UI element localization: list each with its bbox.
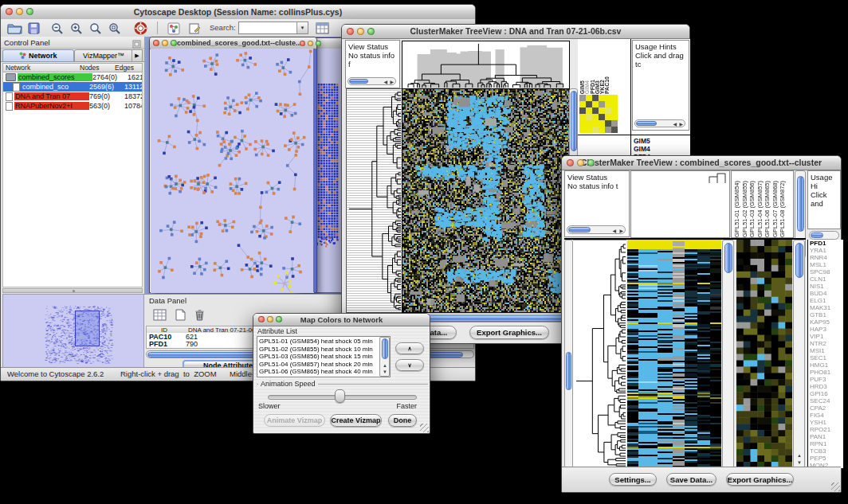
heatmap-canvas[interactable] (627, 240, 721, 468)
gene-label[interactable]: VIP1 (810, 333, 843, 340)
scroll-right-icon[interactable]: ▶ (390, 80, 394, 85)
column-label[interactable]: GPL51-03 (GSM856) (748, 181, 756, 237)
usage-hints-scrollbar[interactable]: ◀ ▶ (634, 119, 685, 127)
row-dendrogram-canvas[interactable] (346, 88, 403, 313)
zoom-in-icon[interactable] (68, 21, 85, 36)
resize-grip[interactable] (420, 424, 429, 432)
gene-label[interactable]: CLN1 (810, 275, 843, 283)
column-label[interactable]: GIM4 (584, 80, 589, 94)
close-button[interactable] (567, 159, 574, 166)
network-list-row[interactable]: DNA and Tran 07769(0)183728(0) (3, 92, 142, 101)
zoom-button[interactable] (26, 8, 33, 15)
gene-label[interactable]: PEP5 (810, 455, 843, 462)
gene-label[interactable]: GPI16 (810, 390, 843, 397)
treeview2-titlebar[interactable]: ClusterMaker TreeView : combined_scores_… (562, 156, 841, 170)
gene-label[interactable]: BUD4 (810, 290, 843, 297)
gene-label[interactable]: HRD3 (810, 383, 843, 390)
row-dendrogram-canvas[interactable] (573, 240, 626, 469)
zoom-heatmap-canvas[interactable] (736, 240, 792, 468)
scrollbar-thumb[interactable] (568, 227, 591, 232)
zoom-button[interactable] (367, 28, 375, 35)
col-network[interactable]: Network (6, 64, 30, 72)
speed-slider-thumb[interactable] (335, 389, 345, 403)
network-list-row[interactable]: combined_scores2764(0)16218(0) (3, 72, 142, 82)
help-lifesaver-icon[interactable] (132, 21, 149, 36)
export-graphics-button[interactable]: Export Graphics... (726, 473, 794, 486)
gene-label[interactable]: RPN1 (810, 440, 843, 447)
network-list-row[interactable]: combined_sco2569(6)13112(15) (3, 82, 142, 92)
network-overview-canvas[interactable] (2, 294, 144, 371)
page-icon[interactable] (171, 307, 189, 322)
gene-label[interactable]: YSH1 (810, 419, 843, 426)
minimize-button[interactable] (267, 316, 273, 322)
scrollbar-thumb[interactable] (426, 315, 567, 322)
tab-network[interactable]: Network (2, 49, 74, 62)
move-down-button[interactable]: ∨ (395, 359, 424, 371)
view-status-scrollbar[interactable]: ◀ ▶ (567, 225, 626, 234)
done-button[interactable]: Done (388, 414, 417, 427)
heatmap-vscrollbar[interactable] (722, 240, 734, 468)
col-edges[interactable]: Edges (115, 64, 134, 72)
annotation-icon[interactable] (186, 21, 203, 36)
attribute-item[interactable]: GPL51-03 (GSM856) heat shock 15 min (259, 353, 388, 361)
network-view-canvas[interactable] (151, 49, 314, 293)
dialog-titlebar[interactable]: Map Colors to Network (253, 314, 430, 326)
scrollbar-thumb[interactable] (349, 79, 368, 84)
attribute-item[interactable]: GPL51-02 (GSM855) heat shock 10 min (259, 346, 388, 354)
row-label[interactable]: GIM4 (634, 145, 686, 153)
scroll-left-icon[interactable]: ◀ (612, 229, 616, 234)
attribute-item[interactable]: GPL51-07 (GSM868) heat shock 60 min (259, 376, 388, 378)
dendrogram-vscrollbar[interactable] (564, 240, 573, 468)
column-label[interactable]: PAC10 (604, 76, 609, 94)
gene-label[interactable]: PFD1 (810, 240, 843, 247)
attribute-item[interactable]: GPL51-06 (GSM865) heat shock 40 min (259, 368, 388, 376)
save-icon[interactable] (25, 21, 42, 36)
minimize-button[interactable] (577, 159, 584, 166)
usage-hints-scrollbar[interactable] (809, 231, 839, 240)
close-button[interactable] (6, 8, 13, 15)
similarity-matrix-canvas[interactable] (579, 95, 618, 133)
gene-label[interactable]: CPA2 (810, 404, 843, 412)
gene-label[interactable]: KAP95 (810, 318, 843, 326)
minimize-button[interactable] (308, 41, 313, 46)
attribute-list-scrollbar[interactable]: ▲ ▼ (379, 337, 390, 377)
scroll-right-icon[interactable]: ▶ (619, 229, 623, 234)
attribute-list[interactable]: GPL51-01 (GSM854) heat shock 05 minGPL51… (257, 336, 391, 377)
gene-label[interactable]: SEC1 (810, 354, 843, 361)
zoom-button[interactable] (276, 316, 282, 322)
resize-grip[interactable] (831, 483, 840, 491)
col-nodes[interactable]: Nodes (80, 64, 100, 72)
attribute-item[interactable]: GPL51-01 (GSM854) heat shock 05 min (259, 338, 388, 346)
move-up-button[interactable]: ∧ (395, 342, 424, 354)
gene-label[interactable]: MAK31 (810, 304, 843, 311)
zoom-selected-icon[interactable] (106, 21, 124, 36)
scrollbar-thumb[interactable] (724, 243, 732, 273)
heatmap-canvas[interactable] (402, 88, 570, 313)
attribute-item[interactable]: GPL51-04 (GSM857) heat shock 20 min (259, 361, 388, 369)
search-input[interactable] (239, 22, 298, 32)
zoom-vscrollbar[interactable]: ▲ ▼ (793, 240, 805, 468)
zoom-button[interactable] (171, 40, 177, 46)
minimize-button[interactable] (162, 40, 168, 46)
gene-label[interactable]: GTB1 (810, 311, 843, 318)
tab-more-arrow[interactable]: ▶ (132, 49, 143, 62)
scroll-down-icon[interactable]: ▼ (383, 369, 387, 375)
animate-vizmap-button[interactable]: Animate Vizmap (264, 414, 325, 427)
scroll-down-icon[interactable]: ▼ (797, 460, 802, 466)
close-button[interactable] (258, 316, 265, 322)
minimize-button[interactable] (16, 8, 23, 15)
scrollbar-thumb[interactable] (636, 121, 657, 126)
scrollbar-thumb[interactable] (382, 338, 388, 359)
zoom-out-icon[interactable] (49, 21, 66, 36)
network-import-icon[interactable] (165, 21, 183, 36)
gene-label[interactable]: NIS1 (810, 283, 843, 290)
column-dendrogram-canvas[interactable] (402, 41, 570, 89)
scroll-left-icon[interactable]: ◀ (673, 122, 677, 127)
scrollbar-thumb[interactable] (566, 352, 571, 390)
gene-label[interactable]: RPO21 (810, 426, 843, 433)
treeview1-titlebar[interactable]: ClusterMaker TreeView : DNA and Tran 07-… (342, 25, 689, 39)
scroll-up-icon[interactable]: ▲ (797, 453, 802, 459)
scroll-right-icon[interactable]: ▶ (679, 122, 683, 127)
gene-label[interactable]: YRA1 (810, 247, 843, 254)
scroll-left-icon[interactable]: ◀ (383, 80, 387, 85)
